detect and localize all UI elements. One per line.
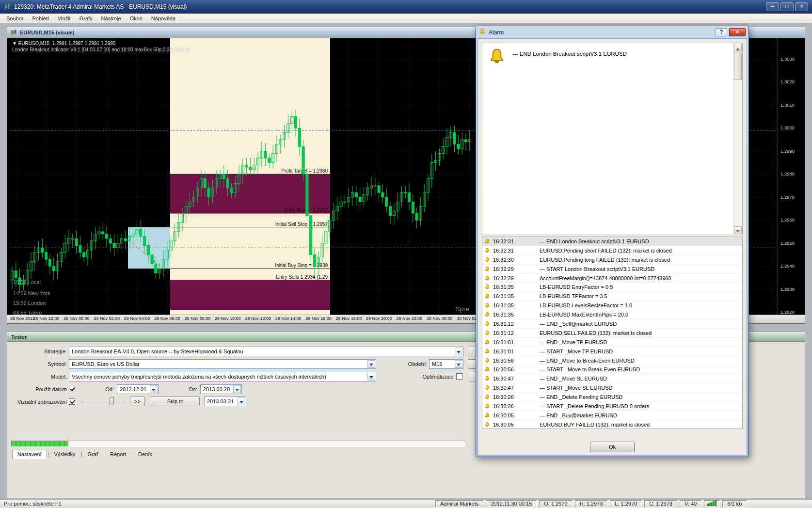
alarm-log-row[interactable]: 16:32:29AccountFreeMargin()=43874.480000… <box>482 274 742 283</box>
visual-mode-checkbox[interactable] <box>69 398 75 405</box>
alarm-close-button[interactable]: ✕ <box>729 28 746 36</box>
tester-tab-2[interactable]: Graf <box>83 450 103 459</box>
bell-icon <box>484 403 490 409</box>
chart-indicator-line: London Breakout Indicator V9;1 [04:00-07… <box>12 47 190 52</box>
svg-text:1.3030: 1.3030 <box>780 56 795 62</box>
strategy-select[interactable]: London Breakout EA-V4.0, Open source -- … <box>69 347 463 356</box>
alarm-log-time: 16:30:05 <box>490 413 540 418</box>
tab-separator <box>104 452 104 457</box>
alarm-log-row[interactable]: 16:30:05EURUSD:BUY FAILED (132): market … <box>482 420 742 429</box>
alarm-log-row[interactable]: 16:32:30EURUSD:Pending long FAILED (132)… <box>482 255 742 265</box>
time-axis-label: 29 Nov 10:00 <box>215 316 241 321</box>
tester-tab-0[interactable]: Nastavení <box>12 450 47 459</box>
alarm-log-row[interactable]: 16:31:35LB-EURUSD LevelsResizeFactor = 1… <box>482 301 742 310</box>
alarm-log-message: LB-EURUSD LevelsResizeFactor = 1.0 <box>540 302 632 308</box>
scroll-thumb[interactable] <box>734 52 742 80</box>
skip-to-button[interactable]: Skip to <box>151 397 200 406</box>
minimize-button[interactable]: – <box>766 2 779 11</box>
model-label: Model: <box>12 372 67 381</box>
alarm-log-row[interactable]: 16:32:31--- END London Breakout scriptV3… <box>482 237 742 246</box>
bell-icon <box>484 358 490 364</box>
scroll-down-button[interactable] <box>734 226 742 234</box>
alarm-log-row[interactable]: 16:30:26--- END _Delete Pending EURUSD <box>482 393 742 402</box>
alarm-log-time: 16:30:26 <box>490 403 540 409</box>
bell-icon <box>484 394 490 400</box>
alarm-log-row[interactable]: 16:31:35LB-EURUSD EntryFactor = 0.5 <box>482 283 742 292</box>
alarm-log-time: 16:31:01 <box>490 349 540 354</box>
alarm-log-row[interactable]: 16:32:29--- START London Breakout script… <box>482 265 742 274</box>
use-date-checkbox[interactable] <box>69 386 75 392</box>
alarm-log-row[interactable]: 16:31:35LB-EURUSD TPFactor = 3.5 <box>482 292 742 301</box>
status-panel-4: L: 1.2970 <box>610 500 642 508</box>
menu-item-5[interactable]: Okno <box>126 14 147 23</box>
status-panels: Admiral Markets2012.11.30 00:15O: 1.2970… <box>435 500 747 508</box>
alarm-log-message: --- END _Delete Pending EURUSD <box>540 394 622 400</box>
menu-item-4[interactable]: Nástroje <box>97 14 126 23</box>
alarm-log-row[interactable]: 16:30:47--- START _Move SL EURUSD <box>482 383 742 393</box>
test-progress-bar <box>11 441 465 447</box>
status-bar: Pro pomoc, stiskněte F1 Admiral Markets2… <box>0 499 812 508</box>
alarm-log-time: 16:31:12 <box>490 321 540 327</box>
scroll-up-button[interactable] <box>734 44 742 51</box>
dropdown-arrow-icon[interactable] <box>150 385 158 393</box>
date-from-label: Od: <box>95 384 114 394</box>
alarm-log-row[interactable]: 16:31:12--- END _Sell@market EURUSD <box>482 319 742 329</box>
visual-speed-slider-thumb[interactable] <box>110 397 114 405</box>
visual-mode-label: Vizuální zobrazování <box>7 397 67 407</box>
alarm-message-box: --- END London Breakout scriptV3.1 EURUS… <box>482 43 743 235</box>
alarm-log-row[interactable]: 16:31:12EURUSD:SELL FAILED (132): market… <box>482 329 742 338</box>
menu-item-2[interactable]: Vložit <box>53 14 75 23</box>
strategy-label: Strategie: <box>12 347 67 356</box>
optimization-checkbox[interactable] <box>456 373 462 380</box>
menu-item-6[interactable]: Nápověda <box>147 14 180 23</box>
date-to-select[interactable]: 2013.03.20 <box>200 384 242 394</box>
alarm-title-bar[interactable]: Alarm ? ✕ <box>476 26 748 38</box>
symbol-select[interactable]: EURUSD, Euro vs US Dollar <box>69 359 376 369</box>
tester-tab-3[interactable]: Report <box>105 450 131 459</box>
scrollbar[interactable] <box>733 44 742 234</box>
tester-tab-1[interactable]: Výsledky <box>49 450 80 459</box>
status-panel-6: V: 40 <box>680 500 701 508</box>
alarm-log-message: --- START _Move TP EURUSD <box>540 349 613 354</box>
alarm-log-message: EURUSD:Pending short FAILED (132): marke… <box>540 248 672 254</box>
period-select[interactable]: M15 <box>429 359 463 369</box>
alarm-log-row[interactable]: 16:31:35LB-EURUSD MaxExtentInPips = 20.0 <box>482 310 742 319</box>
model-select[interactable]: Všechny cenové pohyby (nejpřesnější meto… <box>69 372 376 381</box>
close-button[interactable]: × <box>795 2 808 11</box>
alarm-log-message: AccountFreeMargin()=43874.48000000 lot=0… <box>540 275 671 281</box>
menu-item-0[interactable]: Soubor <box>2 14 28 23</box>
dropdown-arrow-icon[interactable] <box>233 385 241 393</box>
svg-text:1.2920: 1.2920 <box>780 309 795 315</box>
fast-forward-button[interactable]: >> <box>130 397 145 406</box>
tester-tab-4[interactable]: Deník <box>133 450 157 459</box>
menu-item-3[interactable]: Grafy <box>75 14 97 23</box>
alarm-log-message: LB-EURUSD MaxExtentInPips = 20.0 <box>540 312 628 318</box>
alarm-log-row[interactable]: 16:31:01--- START _Move TP EURUSD <box>482 347 742 356</box>
alarm-log-time: 16:30:56 <box>490 358 540 364</box>
help-button[interactable]: ? <box>716 28 727 36</box>
tab-separator <box>81 452 82 457</box>
bell-icon <box>484 302 490 308</box>
alarm-log-row[interactable]: 16:30:05--- END _Buy@market EURUSD <box>482 411 742 420</box>
alarm-log-list: 16:32:31--- END London Breakout scriptV3… <box>482 237 743 429</box>
main-title-bar[interactable]: 129320: MetaTrader 4 Admiral Markets AS … <box>0 0 812 14</box>
dropdown-arrow-icon[interactable] <box>238 397 245 405</box>
alarm-log-row[interactable]: 16:30:56--- END _Move to Break-Even EURU… <box>482 356 742 365</box>
svg-text:1.2990: 1.2990 <box>780 148 795 154</box>
menu-item-1[interactable]: Pohled <box>28 14 53 23</box>
time-axis-label: 29 Nov 20:00 <box>366 316 392 321</box>
alarm-log-row[interactable]: 16:30:56--- START _Move to Break-Even EU… <box>482 365 742 374</box>
date-from-select[interactable]: 2012.12.01 <box>117 384 159 394</box>
alarm-log-row[interactable]: 16:30:26--- START _Delete Pending EURUSD… <box>482 402 742 411</box>
alarm-log-row[interactable]: 16:32:31EURUSD:Pending short FAILED (132… <box>482 246 742 255</box>
alarm-message: --- END London Breakout scriptV3.1 EURUS… <box>512 51 627 57</box>
maximize-button[interactable]: □ <box>780 2 794 11</box>
alarm-log-row[interactable]: 16:30:47--- END _Move SL EURUSD <box>482 374 742 383</box>
ok-button[interactable]: Ok <box>590 442 635 452</box>
visual-speed-slider[interactable] <box>81 401 126 402</box>
alarm-log-row[interactable]: 16:31:01--- END _Move TP EURUSD <box>482 338 742 347</box>
skip-date-select[interactable]: 2013.03.31 <box>204 397 246 406</box>
dropdown-arrow-icon[interactable] <box>455 348 462 355</box>
bell-icon <box>484 413 490 418</box>
dropdown-arrow-icon[interactable] <box>455 360 462 368</box>
